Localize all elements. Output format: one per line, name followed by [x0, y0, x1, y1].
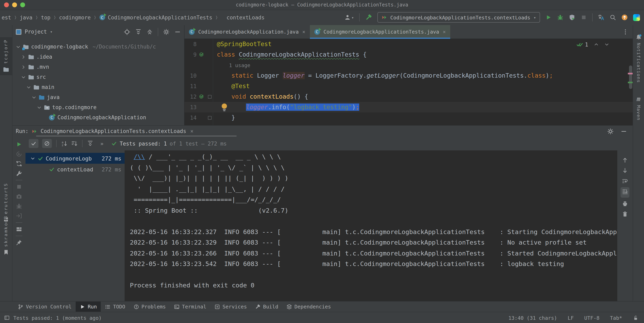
close-icon[interactable]: × — [302, 29, 305, 34]
editor-tabs-menu[interactable] — [622, 25, 633, 38]
chevron-down-icon[interactable] — [26, 85, 31, 89]
fold-marker[interactable] — [206, 95, 213, 98]
update-icon[interactable] — [621, 14, 628, 21]
translate-icon[interactable] — [598, 14, 604, 21]
close-window-button[interactable] — [4, 2, 9, 7]
breadcrumb-item-method[interactable]: contextLoads — [226, 14, 264, 20]
breadcrumb-item[interactable]: est — [2, 14, 11, 20]
stop-button[interactable] — [16, 184, 22, 190]
tool-window-button-todo[interactable]: TODO — [101, 302, 129, 312]
tree-item[interactable]: .idea — [12, 52, 184, 62]
tool-window-button-problems[interactable]: Problems — [129, 302, 170, 312]
lock-icon[interactable] — [633, 315, 638, 321]
layout-icon[interactable] — [16, 226, 22, 233]
tool-window-button-terminal[interactable]: Terminal — [170, 302, 210, 312]
tool-window-button-build[interactable]: Build — [251, 302, 282, 312]
breadcrumb-item-class[interactable]: C CodingmoreLogbackApplicationTests — [99, 14, 212, 21]
tool-window-button-services[interactable]: Services — [210, 302, 251, 312]
run-success-icon[interactable] — [196, 94, 206, 99]
window-icon[interactable] — [4, 315, 10, 321]
printer-icon[interactable] — [622, 201, 628, 207]
camera-icon[interactable] — [16, 193, 22, 200]
code-with-me-icon[interactable] — [633, 14, 640, 21]
show-ignored-toggle[interactable] — [42, 139, 52, 148]
hide-panel-icon[interactable] — [620, 128, 627, 134]
gear-icon[interactable] — [163, 28, 170, 35]
pin-icon[interactable] — [16, 239, 22, 246]
run-button[interactable] — [545, 14, 552, 21]
breadcrumb-item[interactable]: codingmore — [59, 14, 91, 20]
lightbulb-icon[interactable] — [222, 103, 227, 110]
trash-icon[interactable] — [622, 211, 628, 218]
editor-tab[interactable]: CCodingmoreLogbackApplication.java× — [184, 25, 310, 38]
zoom-window-button[interactable] — [20, 2, 25, 7]
chevron-down-icon[interactable]: ▾ — [50, 29, 52, 34]
tool-stripe-notifications[interactable]: Notifications — [633, 31, 644, 85]
editor-tab[interactable]: CCodingmoreLogbackApplicationTests.java× — [310, 25, 450, 38]
chevron-right-icon[interactable] — [21, 64, 26, 69]
search-everywhere-button[interactable] — [610, 14, 616, 21]
run-configuration-select[interactable]: CodingmoreLogbackApplicationTests.contex… — [378, 12, 540, 23]
chevron-right-icon[interactable] — [21, 54, 26, 59]
fold-marker[interactable] — [206, 116, 213, 119]
tool-window-button-run[interactable]: Run — [76, 302, 101, 312]
chevron-down-icon[interactable] — [32, 95, 36, 100]
file-encoding[interactable]: UTF-8 — [584, 315, 600, 321]
chevron-down-icon[interactable] — [16, 44, 21, 49]
run-success-icon[interactable] — [196, 52, 206, 57]
test-tree-item[interactable]: contextLoad272 ms — [26, 164, 124, 175]
jump-icon[interactable] — [16, 213, 22, 219]
arrow-up-icon[interactable] — [622, 157, 628, 163]
next-problem-icon[interactable] — [604, 42, 609, 47]
tree-item[interactable]: CCodingmoreLogbackApplication — [12, 112, 184, 122]
inspection-widget[interactable]: 1 — [576, 41, 609, 48]
tool-window-button-dependencies[interactable]: Dependencies — [282, 302, 335, 312]
locate-icon[interactable] — [124, 28, 130, 35]
tree-item[interactable]: java — [12, 92, 184, 102]
tree-item[interactable]: .mvn — [12, 62, 184, 72]
gear-icon[interactable] — [607, 128, 614, 134]
chevron-down-icon[interactable] — [30, 156, 35, 161]
run-tab-title[interactable]: CodingmoreLogbackApplicationTests.contex… — [41, 128, 186, 134]
minimize-window-button[interactable] — [12, 2, 17, 7]
editor-code[interactable]: 8@SpringBootTest9class CodingmoreLogback… — [184, 39, 633, 125]
stop-button[interactable] — [580, 14, 587, 21]
run-console[interactable]: /\\ / ___'_ __ _ _(_)_ __ __ _ \ \ \ \( … — [124, 150, 617, 301]
prev-problem-icon[interactable] — [594, 42, 599, 47]
build-hammer-icon[interactable] — [365, 14, 372, 21]
wrench-icon[interactable] — [16, 170, 22, 177]
test-tree-item[interactable]: CodingmoreLogb272 ms — [26, 153, 124, 164]
expand-all-icon[interactable] — [135, 28, 142, 35]
expand-collapse-icon[interactable] — [87, 140, 94, 147]
coverage-button[interactable] — [569, 14, 575, 21]
collapse-all-icon[interactable] — [146, 28, 153, 35]
chevron-down-icon[interactable] — [21, 75, 26, 79]
indent-style[interactable]: Tab* — [610, 315, 622, 321]
rerun-button[interactable] — [16, 141, 22, 148]
auto-test-icon[interactable] — [16, 160, 22, 167]
rerun-failed-icon[interactable] — [16, 151, 22, 157]
chevron-down-icon[interactable] — [37, 105, 42, 110]
close-icon[interactable]: × — [443, 29, 446, 34]
tool-window-button-version-control[interactable]: Version Control — [14, 302, 76, 312]
tree-item[interactable]: top.codingmore — [12, 102, 184, 112]
tree-item[interactable] — [12, 122, 184, 125]
profile-menu[interactable]: ▾ — [344, 14, 354, 21]
soft-wrap-icon[interactable] — [622, 178, 628, 184]
sort-duration-icon[interactable] — [71, 140, 78, 147]
more-chevrons-icon[interactable]: » — [100, 140, 104, 147]
caret-position[interactable]: 13:40 (31 chars) — [508, 315, 557, 321]
tree-item[interactable]: codingmore-logback~/Documents/Github/c — [12, 42, 184, 52]
breadcrumb-item[interactable]: top — [41, 14, 50, 20]
breadcrumb-item[interactable]: java — [20, 14, 32, 20]
debug-button[interactable] — [557, 14, 564, 21]
tool-stripe-bookmarks[interactable]: Bookmarks — [0, 213, 12, 258]
scroll-end-toggle[interactable] — [620, 187, 630, 198]
hide-panel-icon[interactable] — [174, 28, 181, 35]
tool-stripe-project[interactable]: Project — [0, 37, 12, 75]
tree-item[interactable]: main — [12, 82, 184, 92]
show-passed-toggle[interactable] — [29, 139, 38, 148]
tree-item[interactable]: src — [12, 72, 184, 82]
close-icon[interactable]: × — [190, 128, 194, 134]
profiler-icon[interactable] — [16, 203, 22, 209]
